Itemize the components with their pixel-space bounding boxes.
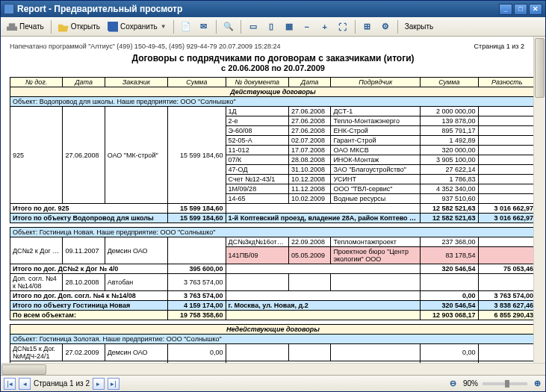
toolbar: Печать Открыть Сохранить ▼ 📄 ✉ 🔍 ▭ ▯ ▦ −… [1,17,545,37]
cell [478,247,536,264]
cell: ДСТ-1 [331,107,421,116]
export-pdf-button[interactable]: 📄 [178,20,194,34]
cell: 10.12.2008 [289,175,331,184]
cell: 52-05-А [226,136,288,146]
cell: 15 599 184,60 [168,204,226,214]
cell: 28.10.2008 [63,274,105,291]
cell [289,274,331,291]
cell: 15 599 184,60 [168,107,226,204]
subtotal-row: Итого по дог. ДС№15 к Дог. №МДЧ-24/10,00… [10,361,536,364]
first-page-button[interactable]: |◂ [4,378,16,390]
cell: 1-й Коптевский проезд, владение 28А, рай… [226,214,420,223]
cell: 28.08.2008 [289,155,331,165]
prev-page-button[interactable]: ◂ [19,378,31,390]
object-label: Объект: Водопровод для школы. Наше предп… [10,97,536,107]
cell: 3 763 574,00 [168,274,226,291]
object-row: Объект: Гостиница Новая. Наше предприяти… [10,228,536,237]
cell: 27 622,14 [421,165,478,175]
cell [226,311,420,320]
cell: 6 855 290,43 [478,311,536,320]
separator [241,20,241,34]
zoom-100-button[interactable]: ▦ [281,20,297,34]
cell [226,274,288,291]
scroll-thumb[interactable] [535,38,545,98]
find-button[interactable]: 🔍 [220,20,237,34]
cell: ЗАО "Благоустройство" [331,165,421,175]
save-label: Сохранить [120,22,158,31]
close-preview-button[interactable]: Закрыть [402,21,437,32]
export-mail-button[interactable]: ✉ [196,20,212,34]
cell: 0,00 [478,361,536,364]
settings-button[interactable]: ⚙ [377,20,394,34]
print-button[interactable]: Печать [4,20,47,34]
cell: ОАО МКСВ [331,146,421,155]
cell: 11.12.2008 [289,184,331,194]
cell: 27.06.2008 [289,126,331,136]
cell: 3 016 662,97 [478,204,536,214]
zoom-slider[interactable] [483,382,527,385]
last-page-button[interactable]: ▸| [108,378,120,390]
print-icon [7,22,17,32]
zoom-thumb[interactable] [505,380,509,388]
cell: 4 352 340,00 [421,184,478,194]
cell: 83 178,54 [421,247,478,264]
cell: 27.06.2008 [289,107,331,116]
cell: 0,00 [421,291,478,301]
zoom-whole-button[interactable]: ▭ [245,20,261,34]
cell: 895 791,17 [421,126,478,136]
cell: ДС№3кд№16от30.03 [226,237,288,247]
margins-button[interactable]: ⊞ [359,20,376,34]
fullscreen-button[interactable]: ⛶ [335,20,351,34]
object-label: Объект: Гостиница Новая. Наше предприяти… [10,228,536,237]
cell: 0,00 [168,361,226,364]
cell: Демсин ОАО [105,344,167,361]
report-window: Report - Предварительный просмотр _ □ ✕ … [0,0,546,392]
zoom-out-icon[interactable]: ⊖ [448,379,459,389]
cell: 10.02.2009 [289,194,331,204]
cell: 320 000,00 [421,146,478,155]
vertical-scrollbar[interactable] [533,37,545,363]
grid-icon: ▦ [284,22,294,32]
zoom-in-button[interactable]: + [317,20,333,34]
report-viewport[interactable]: Напечатано программой "Алтиус" (499) 150… [1,37,545,363]
cell: 15 599 184,60 [168,214,226,223]
titlebar: Report - Предварительный просмотр _ □ ✕ [1,1,545,17]
cell: УСИНТ [331,175,421,184]
cell: 02.07.2008 [289,136,331,146]
cell: ООО "ТВЛ-сервис" [331,184,421,194]
cell [478,165,536,175]
cell [478,184,536,194]
close-label: Закрыть [405,22,434,31]
save-button[interactable]: Сохранить ▼ [105,20,170,34]
data-row: Доп. согл. №4 к №14/0828.10.2008Автобан3… [10,274,536,291]
close-button[interactable]: ✕ [529,4,542,15]
report-table: № дог. Дата Заказчик Сумма № документа Д… [10,77,536,363]
app-icon [4,4,14,14]
cell: 14-65 [226,194,288,204]
cell [478,155,536,165]
cell [331,274,421,291]
open-label: Открыть [71,22,100,31]
zoom-in-icon[interactable]: ⊕ [532,379,542,389]
cell: 11-012 [226,146,288,155]
cell: 27.06.2008 [289,116,331,126]
zoom-width-button[interactable]: ▯ [263,20,279,34]
section-active: Действующие договоры [10,87,536,97]
cell [168,237,226,264]
cell: 05.05.2009 [289,247,331,264]
maximize-button[interactable]: □ [514,4,527,15]
cell: Счет №12-43/1 [226,175,288,184]
scroll-thumb[interactable] [1,364,46,375]
plus-icon: + [320,22,330,32]
save-icon [108,22,118,32]
cell: 27.02.2009 [63,344,105,361]
cell: 1 492,89 [421,136,478,146]
minimize-button[interactable]: _ [499,4,512,15]
horizontal-scrollbar[interactable] [1,363,545,375]
cell: 75 053,46 [478,264,536,274]
col-date2: Дата [289,78,331,87]
zoom-out-button[interactable]: − [299,20,315,34]
page-icon: ▭ [248,22,258,32]
next-page-button[interactable]: ▸ [93,378,105,390]
open-button[interactable]: Открыть [55,20,103,34]
